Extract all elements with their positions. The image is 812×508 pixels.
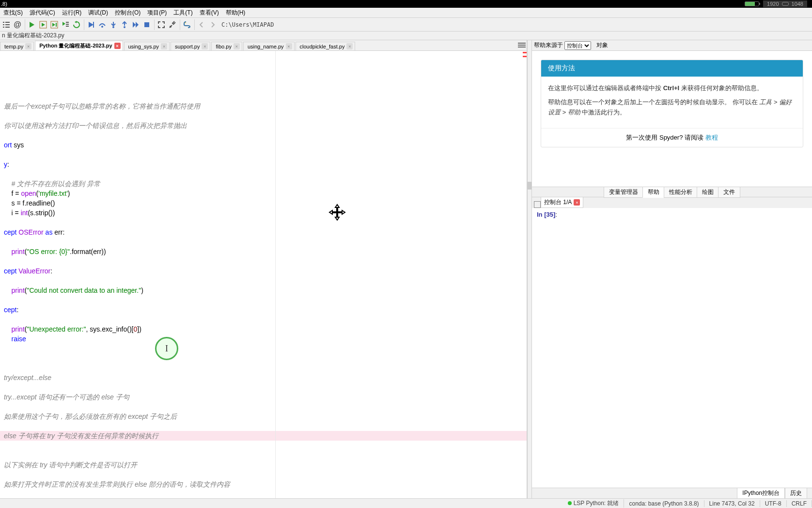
code-line[interactable]: print("Unexpected error:", sys.exc_info(… (0, 324, 527, 334)
tab-plots[interactable]: 绘图 (697, 187, 719, 198)
code-line[interactable]: 最后一个except子句可以忽略异常的名称，它将被当作通配符使用 (0, 101, 527, 111)
code-line[interactable]: s = f.readline() (0, 198, 527, 208)
code-line[interactable] (0, 402, 527, 412)
code-line[interactable]: try/except...else (0, 373, 527, 382)
tab-var-explorer[interactable]: 变量管理器 (604, 187, 643, 198)
close-icon[interactable]: × (25, 43, 31, 49)
step-out-icon[interactable] (119, 19, 130, 30)
status-lsp[interactable]: LSP Python: 就绪 (563, 499, 625, 508)
step-into-icon[interactable] (108, 19, 119, 30)
menu-search[interactable]: 查找(S) (0, 9, 26, 17)
menu-help[interactable]: 帮助(H) (222, 9, 249, 17)
tab-fibo[interactable]: fibo.py× (211, 42, 242, 50)
run-selection-icon[interactable] (60, 19, 71, 30)
code-line[interactable]: else 子句将在 try 子句没有发生任何异常的时候执行 (0, 431, 527, 441)
code-line[interactable] (0, 218, 527, 227)
code-line[interactable]: raise (0, 334, 527, 344)
code-line[interactable]: 你可以使用这种方法打印一个错误信息，然后再次把异常抛出 (0, 121, 527, 130)
code-line[interactable] (0, 470, 527, 479)
code-line[interactable]: cept OSError as err: (0, 227, 527, 237)
maximize-icon[interactable] (156, 19, 167, 30)
tab-history[interactable]: 历史 (785, 488, 807, 499)
run-icon[interactable] (27, 19, 37, 30)
code-line[interactable]: print("OS error: {0}".format(err)) (0, 247, 527, 256)
code-line[interactable]: ort sys (0, 140, 527, 150)
code-line[interactable]: cept: (0, 305, 527, 315)
stop-icon[interactable] (141, 19, 152, 30)
code-line[interactable]: i = int(s.strip()) (0, 208, 527, 218)
run-cell-icon[interactable] (38, 19, 48, 30)
menu-source[interactable]: 源代码(C) (26, 9, 59, 17)
ipython-console[interactable]: In [35]: (532, 208, 812, 488)
status-eol[interactable]: CRLF (787, 500, 812, 507)
code-line[interactable] (0, 295, 527, 305)
code-line[interactable] (0, 441, 527, 450)
continue-icon[interactable] (130, 19, 141, 30)
tutorial-link[interactable]: 教程 (705, 134, 718, 141)
tab-using-name[interactable]: using_name.py× (243, 42, 295, 50)
menu-tools[interactable]: 工具(T) (170, 9, 196, 17)
tab-menu-icon[interactable] (518, 41, 526, 49)
pane-splitter[interactable] (527, 40, 532, 498)
code-line[interactable] (0, 450, 527, 460)
code-line[interactable] (0, 169, 527, 179)
tab-using-sys[interactable]: using_sys.py× (124, 42, 170, 50)
run-cell-advance-icon[interactable] (49, 19, 60, 30)
tab-support[interactable]: support.py× (171, 42, 210, 50)
outline-icon[interactable] (1, 19, 12, 30)
back-icon[interactable] (196, 19, 207, 30)
code-line[interactable] (0, 344, 527, 353)
tab-temp[interactable]: temp.py× (0, 42, 34, 50)
close-icon[interactable]: × (202, 43, 208, 49)
close-icon[interactable]: × (286, 43, 292, 49)
code-line[interactable]: f = open('myfile.txt') (0, 189, 527, 198)
code-line[interactable] (0, 130, 527, 140)
code-line[interactable] (0, 276, 527, 286)
close-icon[interactable]: × (234, 43, 240, 49)
rerun-icon[interactable] (71, 19, 82, 30)
code-line[interactable] (0, 489, 527, 498)
code-line[interactable] (0, 353, 527, 363)
at-icon[interactable]: @ (12, 19, 23, 30)
tab-main-file[interactable]: Python 量化编程基础-2023.py× (35, 41, 123, 50)
code-line[interactable]: try...except 语句还有一个可选的 else 子句 (0, 392, 527, 402)
console-options-icon[interactable] (534, 201, 541, 208)
menu-debug[interactable]: 调试(D) (85, 9, 111, 17)
code-line[interactable] (0, 315, 527, 324)
code-line[interactable]: 如果使用这个子句，那么必须放在所有的 except 子句之后 (0, 412, 527, 421)
debug-play-icon[interactable] (86, 19, 96, 30)
code-line[interactable]: cept ValueError: (0, 266, 527, 276)
code-line[interactable] (0, 92, 527, 101)
close-icon[interactable]: × (114, 43, 121, 49)
close-icon[interactable]: × (346, 43, 353, 49)
tab-cloudpickle[interactable]: cloudpickle_fast.py× (296, 42, 356, 50)
tab-help[interactable]: 帮助 (642, 187, 665, 198)
close-icon[interactable]: × (574, 199, 580, 206)
python-path-icon[interactable] (182, 19, 192, 30)
code-line[interactable]: 以下实例在 try 语句中判断文件是否可以打开 (0, 460, 527, 470)
code-line[interactable] (0, 363, 527, 373)
code-line[interactable] (0, 150, 527, 159)
code-line[interactable] (0, 111, 527, 121)
code-line[interactable]: 如果打开文件时正常的没有发生异常则执行 else 部分的语句，读取文件内容 (0, 479, 527, 489)
code-line[interactable] (0, 421, 527, 431)
forward-icon[interactable] (207, 19, 218, 30)
code-line[interactable]: # 文件不存在所以会遇到 异常 (0, 179, 527, 189)
code-line[interactable]: y: (0, 159, 527, 169)
console-tab[interactable]: 控制台 1/A× (541, 197, 583, 208)
status-encoding[interactable]: UTF-8 (760, 500, 787, 507)
close-icon[interactable]: × (161, 43, 167, 49)
menu-view[interactable]: 查看(V) (196, 9, 222, 17)
menu-project[interactable]: 项目(P) (144, 9, 170, 17)
tab-ipython-console[interactable]: IPython控制台 (737, 488, 785, 499)
code-line[interactable] (0, 382, 527, 392)
tab-profiler[interactable]: 性能分析 (664, 187, 698, 198)
help-source-select[interactable]: 控制台 (564, 41, 591, 50)
tab-files[interactable]: 文件 (718, 187, 740, 198)
code-line[interactable]: print("Could not convert data to an inte… (0, 286, 527, 295)
preferences-icon[interactable] (167, 19, 178, 30)
status-conda[interactable]: conda: base (Python 3.8.8) (624, 500, 704, 507)
code-line[interactable] (0, 256, 527, 266)
step-over-icon[interactable] (97, 19, 108, 30)
code-line[interactable] (0, 237, 527, 247)
